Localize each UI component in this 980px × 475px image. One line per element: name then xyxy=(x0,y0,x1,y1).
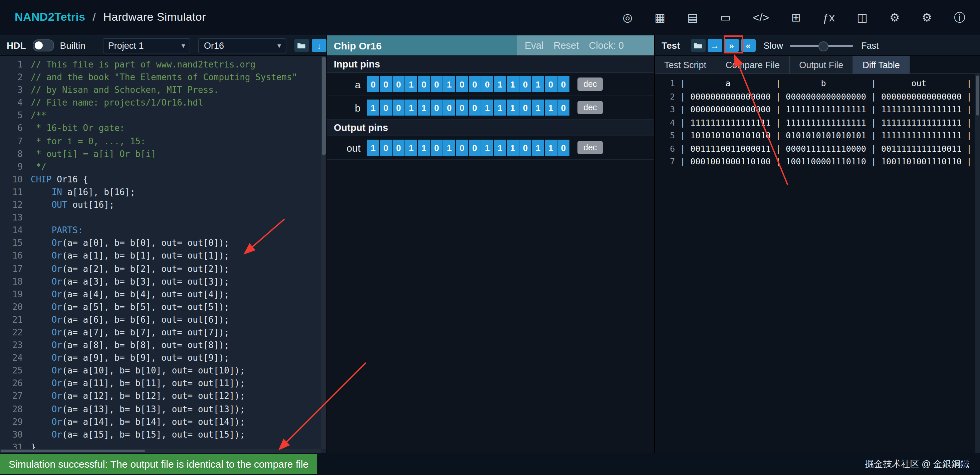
bit-cell[interactable]: 1 xyxy=(494,100,506,116)
bit-cell[interactable]: 1 xyxy=(507,140,519,156)
bit-cell[interactable]: 1 xyxy=(494,76,506,92)
bit-cell[interactable]: 0 xyxy=(456,76,468,92)
code-line[interactable]: 3// by Nisan and Schocken, MIT Press. xyxy=(0,83,326,96)
code-line[interactable]: 16 Or(a= a[1], b= b[1], out= out[1]); xyxy=(0,250,326,262)
bit-cell[interactable]: 0 xyxy=(481,76,493,92)
chip-icon[interactable]: ▦ xyxy=(655,12,665,23)
diff-table-row[interactable]: 4| 1111111111111111 | 1111111111111111 |… xyxy=(655,116,980,129)
bit-cell[interactable]: 0 xyxy=(545,76,557,92)
scrollbar-thumb[interactable] xyxy=(1,449,145,452)
tab-diff-table[interactable]: Diff Table xyxy=(853,56,910,73)
bit-cell[interactable]: 0 xyxy=(431,140,442,156)
screen-icon[interactable]: ▭ xyxy=(720,12,731,23)
diff-table-row[interactable]: 5| 1010101010101010 | 0101010101010101 |… xyxy=(655,129,980,142)
code-line[interactable]: 9 */ xyxy=(0,160,326,173)
slider-knob[interactable] xyxy=(818,41,829,51)
bit-cell[interactable]: 0 xyxy=(469,140,480,156)
bit-cell[interactable]: 1 xyxy=(532,100,544,116)
bit-cell[interactable]: 1 xyxy=(367,100,379,116)
dec-format-button[interactable]: dec xyxy=(578,78,603,91)
bit-cell[interactable]: 1 xyxy=(481,100,493,116)
bit-cell[interactable]: 0 xyxy=(469,100,480,116)
bit-cell[interactable]: 1 xyxy=(545,140,557,156)
bit-cell[interactable]: 0 xyxy=(393,100,404,116)
function-icon[interactable]: ƒx xyxy=(823,12,835,23)
info-icon[interactable]: ⓘ xyxy=(954,12,965,23)
bit-cell[interactable]: 0 xyxy=(557,140,570,156)
brand-logo[interactable]: NAND2Tetris xyxy=(15,11,86,23)
settings-icon[interactable]: ⚙ xyxy=(922,12,932,23)
bit-cell[interactable]: 1 xyxy=(418,100,430,116)
code-line[interactable]: 23 Or(a= a[8], b= b[8], out= out[8]); xyxy=(0,339,326,351)
hdl-editor[interactable]: 1// This file is part of www.nand2tetris… xyxy=(0,56,326,453)
bit-cell[interactable]: 1 xyxy=(405,76,417,92)
table-icon[interactable]: ⊞ xyxy=(791,12,801,23)
scrollbar-thumb[interactable] xyxy=(976,75,979,116)
bit-cell[interactable]: 0 xyxy=(380,140,392,156)
bit-cell[interactable]: 0 xyxy=(456,140,468,156)
bit-cell[interactable]: 0 xyxy=(469,76,480,92)
code-line[interactable]: 17 Or(a= a[2], b= b[2], out= out[2]); xyxy=(0,262,326,275)
code-line[interactable]: 4// File name: projects/1/Or16.hdl xyxy=(0,97,326,109)
bit-cell[interactable]: 0 xyxy=(443,100,455,116)
diff-vertical-scrollbar[interactable] xyxy=(975,74,980,456)
bit-cell[interactable]: 1 xyxy=(443,76,455,92)
code-line[interactable]: 14 PARTS: xyxy=(0,224,326,236)
bit-cell[interactable]: 1 xyxy=(405,100,417,116)
editor-vertical-scrollbar[interactable] xyxy=(321,56,326,449)
code-line[interactable]: 1// This file is part of www.nand2tetris… xyxy=(0,58,326,71)
code-line[interactable]: 20 Or(a= a[5], b= b[5], out= out[5]); xyxy=(0,301,326,313)
bit-cell[interactable]: 1 xyxy=(507,76,519,92)
fast-forward-button[interactable]: » xyxy=(724,39,739,52)
open-test-file-button[interactable] xyxy=(691,39,706,52)
bit-cell[interactable]: 1 xyxy=(545,100,557,116)
bit-cell[interactable]: 0 xyxy=(456,100,468,116)
bit-cell[interactable]: 1 xyxy=(443,140,455,156)
bit-cell[interactable]: 1 xyxy=(532,140,544,156)
code-line[interactable]: 24 Or(a= a[9], b= b[9], out= out[9]); xyxy=(0,351,326,364)
open-folder-button[interactable] xyxy=(294,39,309,52)
code-line[interactable]: 22 Or(a= a[7], b= b[7], out= out[7]); xyxy=(0,326,326,339)
code-line[interactable]: 27 Or(a= a[12], b= b[12], out= out[12]); xyxy=(0,390,326,403)
code-line[interactable]: 10CHIP Or16 { xyxy=(0,173,326,186)
dec-format-button[interactable]: dec xyxy=(578,141,603,154)
reset-button[interactable]: Reset xyxy=(554,40,579,51)
code-line[interactable]: 15 Or(a= a[0], b= b[0], out= out[0]); xyxy=(0,237,326,250)
code-line[interactable]: 13 xyxy=(0,211,326,224)
code-line[interactable]: 29 Or(a= a[14], b= b[14], out= out[14]); xyxy=(0,415,326,428)
tab-compare-file[interactable]: Compare File xyxy=(716,56,790,73)
code-line[interactable]: 6 * 16-bit Or gate: xyxy=(0,122,326,135)
bit-cell[interactable]: 0 xyxy=(380,100,392,116)
code-line[interactable]: 7 * for i = 0, ..., 15: xyxy=(0,135,326,147)
bit-cell[interactable]: 0 xyxy=(431,76,442,92)
bit-cell[interactable]: 1 xyxy=(494,140,506,156)
code-line[interactable]: 5/** xyxy=(0,109,326,122)
code-icon[interactable]: </> xyxy=(753,12,769,23)
code-line[interactable]: 26 Or(a= a[11], b= b[11], out= out[11]); xyxy=(0,377,326,390)
project-select[interactable]: Project 1 ▾ xyxy=(103,38,191,53)
memory-icon[interactable]: ▤ xyxy=(687,12,698,23)
chip-select[interactable]: Or16 ▾ xyxy=(199,38,286,53)
bit-cell[interactable]: 0 xyxy=(431,100,442,116)
code-line[interactable]: 30 Or(a= a[15], b= b[15], out= out[15]); xyxy=(0,428,326,441)
code-line[interactable]: 18 Or(a= a[3], b= b[3], out= out[3]); xyxy=(0,275,326,288)
bit-cell[interactable]: 1 xyxy=(367,140,379,156)
code-line[interactable]: 2// and the book "The Elements of Comput… xyxy=(0,71,326,83)
code-line[interactable]: 19 Or(a= a[4], b= b[4], out= out[4]); xyxy=(0,288,326,300)
diff-table-row[interactable]: 2| 0000000000000000 | 0000000000000000 |… xyxy=(655,90,980,103)
step-forward-button[interactable]: → xyxy=(708,39,722,52)
code-line[interactable]: 11 IN a[16], b[16]; xyxy=(0,186,326,198)
bit-cell[interactable]: 0 xyxy=(393,76,404,92)
bit-cell[interactable]: 0 xyxy=(519,140,531,156)
code-line[interactable]: 12 OUT out[16]; xyxy=(0,198,326,211)
bit-cell[interactable]: 1 xyxy=(532,76,544,92)
code-line[interactable]: 25 Or(a= a[10], b= b[10], out= out[10]); xyxy=(0,365,326,377)
debug-icon[interactable]: ◎ xyxy=(622,12,633,23)
bit-cell[interactable]: 1 xyxy=(481,140,493,156)
clock-indicator[interactable]: Clock: 0 xyxy=(589,40,624,51)
builtin-toggle[interactable] xyxy=(33,40,54,51)
tab-output-file[interactable]: Output File xyxy=(790,56,853,73)
bit-cell[interactable]: 1 xyxy=(418,140,430,156)
scrollbar-thumb[interactable] xyxy=(322,57,326,155)
bit-cell[interactable]: 0 xyxy=(557,100,570,116)
